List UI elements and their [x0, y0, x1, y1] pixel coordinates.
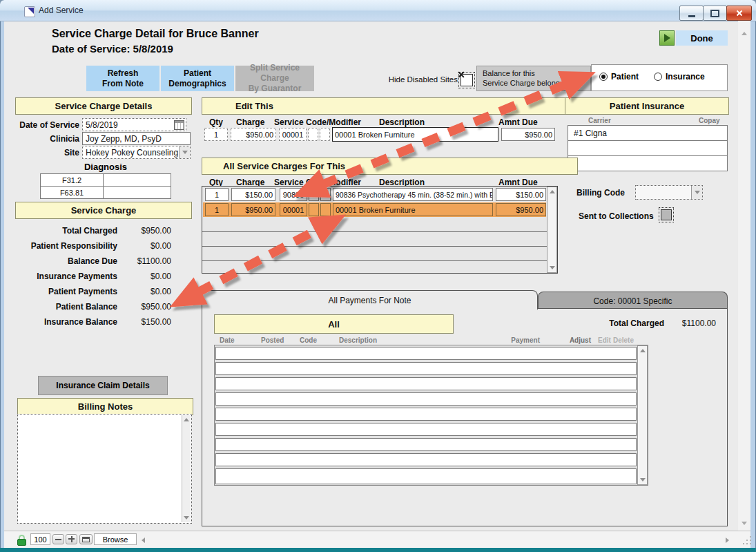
refresh-line1: Refresh [108, 68, 139, 79]
insurance-row[interactable] [568, 140, 728, 156]
scroll-down-icon[interactable] [550, 266, 555, 269]
payments-row [215, 347, 637, 360]
scroll-down-icon[interactable] [640, 478, 646, 482]
pay-col-description: Description [339, 336, 377, 344]
diagnosis-cell-4[interactable] [103, 186, 171, 199]
insurance-claim-details-button[interactable]: Insurance Claim Details [38, 376, 168, 395]
add-service-window: Add Service Service Charge Detail for Br… [0, 0, 756, 552]
row-amnt: $950.00 [496, 203, 546, 216]
balance-label-line2: Service Charge belongs [483, 78, 590, 88]
summary-label: Total Charged [7, 226, 117, 236]
billing-code-dropdown-button[interactable] [691, 186, 702, 199]
sent-to-collections-label: Sent to Collections [579, 211, 654, 221]
summary-label: Patient Responsibility [7, 241, 117, 251]
patient-radio-label[interactable]: Patient [611, 72, 639, 82]
scroll-down-icon[interactable] [742, 522, 747, 525]
edit-description-field[interactable]: 00001 Broken Furniture [332, 127, 498, 142]
pay-col-edit: Edit [598, 336, 611, 344]
summary-value: $1100.00 [123, 256, 171, 266]
refresh-from-note-button[interactable]: Refresh From Note [86, 66, 159, 91]
insurance-radio-label[interactable]: Insurance [666, 72, 705, 82]
diagnosis-table: F31.2 F63.81 [40, 173, 171, 200]
billing-notes-textarea[interactable] [17, 414, 192, 524]
billing-code-dropdown[interactable] [635, 185, 703, 200]
minimize-button[interactable] [679, 6, 704, 21]
summary-label: Balance Due [7, 256, 117, 266]
title-bar[interactable]: Add Service [0, 0, 756, 21]
row-desc: 90836 Psychotherapy 45 min. (38-52 min.)… [333, 188, 493, 201]
mode-selector[interactable]: Browse [94, 533, 137, 545]
close-button[interactable] [726, 6, 752, 21]
edit-code-field[interactable]: 00001 [279, 128, 307, 141]
diagnosis-cell-3[interactable]: F63.81 [40, 186, 104, 199]
lock-icon[interactable] [17, 535, 27, 546]
scroll-up-icon[interactable] [184, 418, 189, 421]
layout-mode-button[interactable] [79, 534, 93, 544]
plus-icon-v [71, 536, 72, 542]
summary-value: $0.00 [123, 287, 171, 296]
scroll-down-icon[interactable] [184, 516, 189, 520]
sent-to-collections-checkbox[interactable] [661, 209, 672, 220]
billing-code-label: Billing Code [576, 188, 625, 198]
all-charges-table: 1 $150.00 90836 90836 Psychotherapy 45 m… [202, 186, 558, 274]
clinician-field[interactable]: Joy Zepp, MD, PsyD [82, 132, 191, 145]
done-play-icon[interactable] [659, 30, 675, 46]
play-triangle-icon [664, 34, 670, 42]
patient-insurance-header: Patient Insurance [565, 97, 729, 115]
payments-row [215, 362, 637, 375]
window-vertical-scrollbar[interactable] [738, 21, 750, 531]
charge-row-90836[interactable]: 1 $150.00 90836 90836 Psychotherapy 45 m… [203, 187, 546, 202]
insurance-row[interactable] [568, 155, 728, 171]
demographics-line2: Demographics [168, 79, 226, 89]
done-button[interactable]: Done [676, 30, 728, 46]
zoom-level-box[interactable]: 100 [30, 533, 50, 545]
patient-demographics-button[interactable]: Patient Demographics [161, 66, 234, 91]
patient-radio[interactable] [599, 73, 608, 81]
edit-modifier1-field[interactable] [308, 128, 318, 141]
edit-charge-field[interactable]: $950.00 [231, 128, 276, 141]
date-of-service-field[interactable]: 5/8/2019 [82, 118, 186, 131]
billing-notes-scrollbar[interactable] [182, 415, 191, 522]
insurance-row[interactable]: #1 Cigna [568, 125, 728, 141]
edit-qty-field[interactable]: 1 [204, 128, 228, 141]
edit-modifier2-field[interactable] [320, 128, 330, 141]
summary-value: $150.00 [123, 317, 171, 327]
edit-amnt-due-field[interactable]: $950.00 [501, 128, 555, 141]
tab-all-payments[interactable]: All Payments For Note [202, 290, 538, 310]
charge-row-00001-selected[interactable]: 1 $950.00 00001 00001 Broken Furniture $… [203, 202, 546, 217]
summary-label: Insurance Payments [7, 272, 117, 281]
row-amnt: $150.00 [496, 188, 546, 201]
site-dropdown[interactable]: Hokey Pokey Counseling [82, 146, 191, 159]
hide-disabled-sites-label: Hide Disabled Sites [373, 75, 458, 84]
scroll-up-icon[interactable] [640, 349, 646, 352]
tab-code-specific[interactable]: Code: 00001 Specific [538, 292, 728, 310]
demographics-line1: Patient [184, 68, 211, 79]
split-line2: By Guarantor [249, 84, 302, 94]
maximize-icon [710, 10, 719, 17]
payments-scrollbar[interactable] [637, 345, 648, 485]
zoom-in-button[interactable] [66, 534, 77, 544]
scroll-up-icon[interactable] [742, 32, 747, 35]
clinician-value: Joy Zepp, MD, PsyD [86, 134, 162, 144]
summary-label: Patient Payments [7, 287, 117, 296]
copay-column-label: Copay [699, 117, 720, 124]
insurance-radio[interactable] [654, 73, 662, 81]
payments-all-button[interactable]: All [214, 314, 454, 334]
hide-disabled-sites-checkbox[interactable] [461, 74, 473, 86]
diagnosis-cell-1[interactable]: F31.2 [40, 173, 104, 187]
service-charge-details-header: Service Charge Details [15, 97, 192, 115]
site-dropdown-button[interactable] [179, 146, 190, 158]
resize-grip[interactable] [743, 536, 744, 537]
split-service-charge-button: Split Service Charge By Guarantor [235, 66, 314, 91]
chevron-down-icon [182, 151, 188, 154]
calendar-icon[interactable] [174, 120, 184, 130]
zoom-out-button[interactable] [52, 534, 64, 544]
diagnosis-cell-2[interactable] [103, 173, 171, 187]
hscroll-left-icon[interactable] [142, 537, 145, 543]
scroll-up-icon[interactable] [550, 190, 555, 193]
hscroll-right-icon[interactable] [726, 537, 729, 543]
charges-scrollbar[interactable] [547, 187, 557, 273]
payments-row [215, 468, 637, 484]
maximize-button[interactable] [703, 6, 727, 21]
summary-label: Patient Balance [7, 302, 117, 312]
